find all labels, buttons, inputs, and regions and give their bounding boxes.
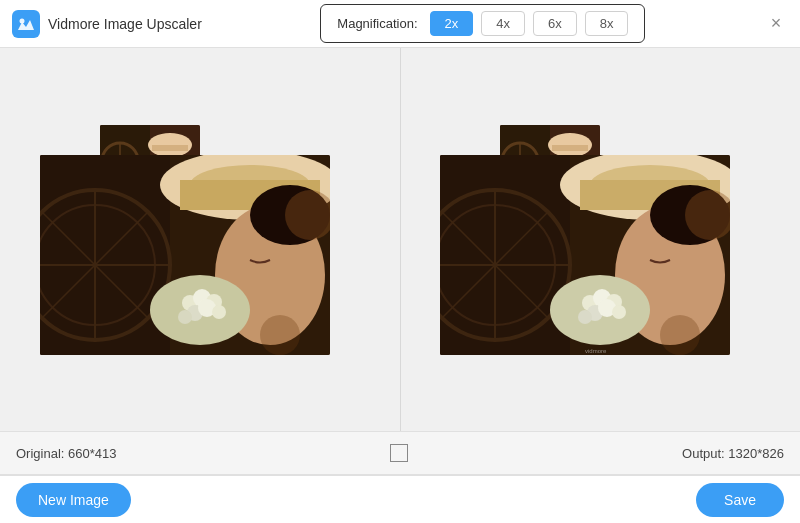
svg-point-67 bbox=[578, 310, 592, 324]
magnification-bar: Magnification: 2x 4x 6x 8x bbox=[320, 4, 645, 43]
svg-point-32 bbox=[212, 305, 226, 319]
main-content: vidmore bbox=[0, 48, 800, 431]
svg-point-69 bbox=[660, 315, 700, 355]
right-panel: vidmore bbox=[401, 48, 801, 431]
title-bar: Vidmore Image Upscaler Magnification: 2x… bbox=[0, 0, 800, 48]
compare-icon[interactable] bbox=[390, 444, 408, 462]
svg-text:vidmore: vidmore bbox=[585, 348, 607, 354]
mag-btn-4x[interactable]: 4x bbox=[481, 11, 525, 36]
svg-point-1 bbox=[20, 18, 25, 23]
svg-point-35 bbox=[260, 315, 300, 355]
original-main-image bbox=[40, 155, 330, 355]
svg-point-33 bbox=[178, 310, 192, 324]
svg-rect-0 bbox=[12, 10, 40, 38]
output-info: Output: 1320*826 bbox=[682, 446, 784, 461]
info-bar: Original: 660*413 Output: 1320*826 bbox=[0, 431, 800, 475]
original-info: Original: 660*413 bbox=[16, 446, 116, 461]
output-main-image: vidmore bbox=[440, 155, 730, 355]
title-left: Vidmore Image Upscaler bbox=[12, 10, 202, 38]
svg-rect-8 bbox=[152, 145, 188, 151]
close-button[interactable]: × bbox=[764, 12, 788, 36]
magnification-label: Magnification: bbox=[337, 16, 417, 31]
output-image-stack: vidmore bbox=[440, 125, 760, 355]
svg-rect-42 bbox=[552, 145, 588, 151]
mag-btn-8x[interactable]: 8x bbox=[585, 11, 629, 36]
new-image-button[interactable]: New Image bbox=[16, 483, 131, 517]
app-icon bbox=[12, 10, 40, 38]
original-image-stack bbox=[40, 125, 360, 355]
bottom-bar: New Image Save bbox=[0, 475, 800, 523]
mag-btn-2x[interactable]: 2x bbox=[430, 11, 474, 36]
app-title: Vidmore Image Upscaler bbox=[48, 16, 202, 32]
mag-btn-6x[interactable]: 6x bbox=[533, 11, 577, 36]
save-button[interactable]: Save bbox=[696, 483, 784, 517]
left-panel bbox=[0, 48, 400, 431]
svg-point-66 bbox=[612, 305, 626, 319]
